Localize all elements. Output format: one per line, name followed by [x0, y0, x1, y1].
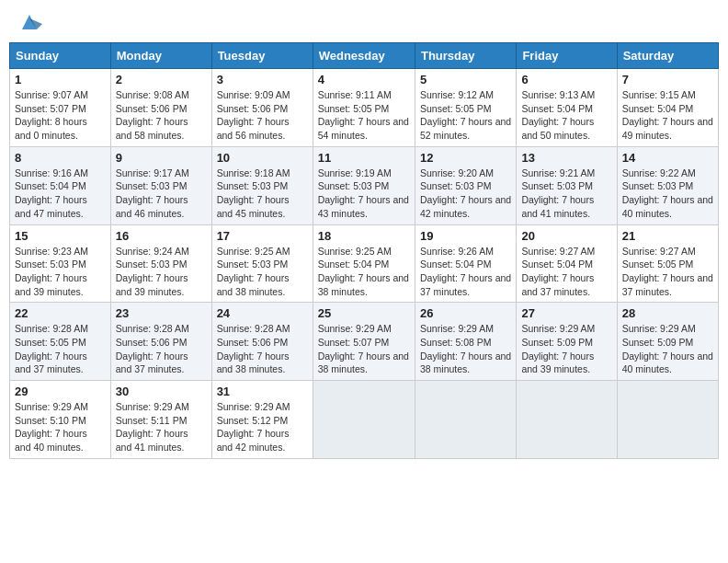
page-header [9, 9, 719, 35]
calendar-day-cell [415, 381, 516, 459]
day-info: Sunrise: 9:27 AMSunset: 5:04 PMDaylight:… [521, 246, 595, 297]
day-number: 8 [15, 151, 106, 165]
day-number: 20 [521, 229, 611, 243]
day-info: Sunrise: 9:28 AMSunset: 5:05 PMDaylight:… [15, 323, 88, 374]
calendar-day-cell: 6 Sunrise: 9:13 AMSunset: 5:04 PMDayligh… [517, 69, 617, 147]
calendar-day-cell: 23 Sunrise: 9:28 AMSunset: 5:06 PMDaylig… [110, 303, 211, 381]
day-number: 22 [15, 306, 106, 320]
day-number: 5 [420, 73, 511, 86]
day-number: 29 [15, 385, 106, 398]
day-number: 21 [622, 229, 713, 243]
calendar-header-friday: Friday [517, 43, 617, 69]
day-number: 18 [318, 229, 410, 243]
day-number: 6 [521, 73, 611, 86]
day-number: 28 [622, 306, 713, 320]
day-number: 11 [318, 151, 410, 165]
day-info: Sunrise: 9:28 AMSunset: 5:06 PMDaylight:… [116, 323, 189, 374]
calendar-day-cell: 12 Sunrise: 9:20 AMSunset: 5:03 PMDaylig… [415, 146, 516, 224]
day-number: 2 [116, 73, 207, 86]
calendar-day-cell: 16 Sunrise: 9:24 AMSunset: 5:03 PMDaylig… [110, 224, 211, 303]
day-info: Sunrise: 9:29 AMSunset: 5:09 PMDaylight:… [622, 323, 713, 374]
day-number: 1 [15, 73, 106, 86]
calendar-day-cell: 18 Sunrise: 9:25 AMSunset: 5:04 PMDaylig… [313, 224, 415, 303]
day-number: 25 [318, 306, 410, 320]
day-info: Sunrise: 9:25 AMSunset: 5:03 PMDaylight:… [217, 246, 290, 297]
day-info: Sunrise: 9:17 AMSunset: 5:03 PMDaylight:… [116, 167, 189, 219]
day-info: Sunrise: 9:29 AMSunset: 5:07 PMDaylight:… [318, 323, 409, 374]
day-info: Sunrise: 9:18 AMSunset: 5:03 PMDaylight:… [217, 167, 290, 219]
calendar-day-cell: 3 Sunrise: 9:09 AMSunset: 5:06 PMDayligh… [211, 69, 313, 147]
calendar-day-cell: 20 Sunrise: 9:27 AMSunset: 5:04 PMDaylig… [517, 224, 617, 303]
calendar-day-cell: 22 Sunrise: 9:28 AMSunset: 5:05 PMDaylig… [10, 303, 111, 381]
calendar-day-cell: 2 Sunrise: 9:08 AMSunset: 5:06 PMDayligh… [110, 69, 211, 147]
day-info: Sunrise: 9:21 AMSunset: 5:03 PMDaylight:… [521, 167, 595, 219]
day-number: 19 [420, 229, 511, 243]
day-info: Sunrise: 9:08 AMSunset: 5:06 PMDaylight:… [116, 89, 189, 141]
calendar-day-cell: 15 Sunrise: 9:23 AMSunset: 5:03 PMDaylig… [10, 224, 111, 303]
calendar-table: SundayMondayTuesdayWednesdayThursdayFrid… [9, 42, 719, 459]
logo-icon [17, 9, 42, 35]
calendar-day-cell [313, 381, 415, 459]
day-info: Sunrise: 9:16 AMSunset: 5:04 PMDaylight:… [15, 167, 88, 219]
calendar-header-row: SundayMondayTuesdayWednesdayThursdayFrid… [10, 43, 719, 69]
day-info: Sunrise: 9:20 AMSunset: 5:03 PMDaylight:… [420, 167, 511, 219]
calendar-day-cell: 25 Sunrise: 9:29 AMSunset: 5:07 PMDaylig… [313, 303, 415, 381]
day-number: 13 [521, 151, 611, 165]
calendar-day-cell: 29 Sunrise: 9:29 AMSunset: 5:10 PMDaylig… [10, 381, 111, 459]
day-number: 31 [217, 385, 308, 398]
day-number: 23 [116, 306, 207, 320]
day-info: Sunrise: 9:22 AMSunset: 5:03 PMDaylight:… [622, 167, 713, 219]
day-number: 27 [521, 306, 611, 320]
calendar-day-cell: 11 Sunrise: 9:19 AMSunset: 5:03 PMDaylig… [313, 146, 415, 224]
day-info: Sunrise: 9:28 AMSunset: 5:06 PMDaylight:… [217, 323, 290, 374]
calendar-day-cell: 26 Sunrise: 9:29 AMSunset: 5:08 PMDaylig… [415, 303, 516, 381]
day-info: Sunrise: 9:12 AMSunset: 5:05 PMDaylight:… [420, 89, 511, 141]
calendar-day-cell: 13 Sunrise: 9:21 AMSunset: 5:03 PMDaylig… [517, 146, 617, 224]
calendar-week-row: 29 Sunrise: 9:29 AMSunset: 5:10 PMDaylig… [10, 381, 719, 459]
calendar-week-row: 8 Sunrise: 9:16 AMSunset: 5:04 PMDayligh… [10, 146, 719, 224]
calendar-header-monday: Monday [110, 43, 211, 69]
day-info: Sunrise: 9:15 AMSunset: 5:04 PMDaylight:… [622, 89, 713, 141]
calendar-day-cell [517, 381, 617, 459]
calendar-day-cell: 8 Sunrise: 9:16 AMSunset: 5:04 PMDayligh… [10, 146, 111, 224]
day-info: Sunrise: 9:27 AMSunset: 5:05 PMDaylight:… [622, 246, 713, 297]
calendar-day-cell: 5 Sunrise: 9:12 AMSunset: 5:05 PMDayligh… [415, 69, 516, 147]
day-number: 16 [116, 229, 207, 243]
day-number: 30 [116, 385, 207, 398]
logo [13, 9, 42, 35]
calendar-header-thursday: Thursday [415, 43, 516, 69]
day-info: Sunrise: 9:29 AMSunset: 5:10 PMDaylight:… [15, 401, 88, 453]
calendar-day-cell: 19 Sunrise: 9:26 AMSunset: 5:04 PMDaylig… [415, 224, 516, 303]
calendar-day-cell: 1 Sunrise: 9:07 AMSunset: 5:07 PMDayligh… [10, 69, 111, 147]
day-info: Sunrise: 9:26 AMSunset: 5:04 PMDaylight:… [420, 246, 511, 297]
day-info: Sunrise: 9:29 AMSunset: 5:11 PMDaylight:… [116, 401, 189, 453]
calendar-week-row: 1 Sunrise: 9:07 AMSunset: 5:07 PMDayligh… [10, 69, 719, 147]
day-number: 17 [217, 229, 308, 243]
day-info: Sunrise: 9:19 AMSunset: 5:03 PMDaylight:… [318, 167, 409, 219]
calendar-day-cell: 24 Sunrise: 9:28 AMSunset: 5:06 PMDaylig… [211, 303, 313, 381]
calendar-day-cell: 31 Sunrise: 9:29 AMSunset: 5:12 PMDaylig… [211, 381, 313, 459]
day-info: Sunrise: 9:11 AMSunset: 5:05 PMDaylight:… [318, 89, 409, 141]
day-number: 3 [217, 73, 308, 86]
calendar-day-cell: 17 Sunrise: 9:25 AMSunset: 5:03 PMDaylig… [211, 224, 313, 303]
calendar-day-cell: 21 Sunrise: 9:27 AMSunset: 5:05 PMDaylig… [617, 224, 718, 303]
calendar-day-cell: 27 Sunrise: 9:29 AMSunset: 5:09 PMDaylig… [517, 303, 617, 381]
day-number: 14 [622, 151, 713, 165]
day-info: Sunrise: 9:29 AMSunset: 5:08 PMDaylight:… [420, 323, 511, 374]
calendar-header-tuesday: Tuesday [211, 43, 313, 69]
day-number: 15 [15, 229, 106, 243]
calendar-week-row: 15 Sunrise: 9:23 AMSunset: 5:03 PMDaylig… [10, 224, 719, 303]
day-number: 4 [318, 73, 410, 86]
day-info: Sunrise: 9:07 AMSunset: 5:07 PMDaylight:… [15, 89, 88, 141]
calendar-day-cell: 14 Sunrise: 9:22 AMSunset: 5:03 PMDaylig… [617, 146, 718, 224]
calendar-day-cell: 9 Sunrise: 9:17 AMSunset: 5:03 PMDayligh… [110, 146, 211, 224]
day-number: 7 [622, 73, 713, 86]
calendar-day-cell: 10 Sunrise: 9:18 AMSunset: 5:03 PMDaylig… [211, 146, 313, 224]
day-info: Sunrise: 9:23 AMSunset: 5:03 PMDaylight:… [15, 246, 88, 297]
calendar-header-sunday: Sunday [10, 43, 111, 69]
calendar-header-saturday: Saturday [617, 43, 718, 69]
day-info: Sunrise: 9:13 AMSunset: 5:04 PMDaylight:… [521, 89, 595, 141]
calendar-day-cell [617, 381, 718, 459]
day-info: Sunrise: 9:29 AMSunset: 5:12 PMDaylight:… [217, 401, 290, 453]
day-number: 24 [217, 306, 308, 320]
